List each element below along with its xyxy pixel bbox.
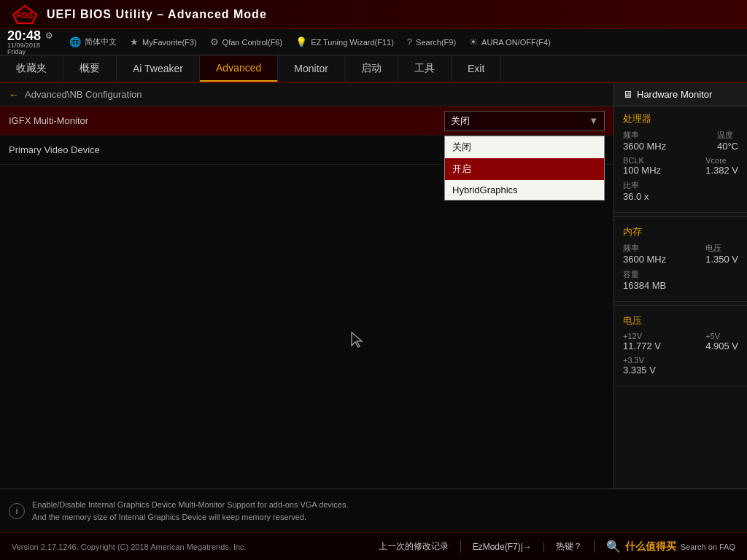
- search-label: Search on FAQ: [681, 542, 735, 551]
- footer: Version 2.17.1246. Copyright (C) 2018 Am…: [0, 532, 747, 560]
- nav-favorites[interactable]: 收藏夹: [0, 55, 63, 82]
- dropdown-option-hybrid[interactable]: HybridGraphics: [445, 180, 604, 200]
- igfx-row[interactable]: IGFX Multi-Monitor 关闭 ▼ 关闭 开启 HybridGrap…: [0, 106, 614, 136]
- hardware-monitor-panel: 🖥 Hardware Monitor 处理器 频率 3600 MHz 温度 40…: [614, 83, 747, 489]
- voltage-title: 电压: [623, 314, 738, 327]
- search-brand: 什么值得买: [625, 540, 676, 553]
- dropdown-option-on[interactable]: 开启: [445, 158, 604, 180]
- nav-boot[interactable]: 启动: [345, 55, 398, 82]
- breadcrumb-text: Advanced\NB Configuration: [25, 89, 142, 100]
- toolbar-search[interactable]: ? Search(F9): [407, 36, 456, 47]
- cpu-freq-label: 频率: [623, 130, 666, 141]
- nav-exit[interactable]: Exit: [452, 55, 501, 82]
- toolbar-aura[interactable]: ☀ AURA ON/OFF(F4): [469, 36, 551, 47]
- ratio-value: 36.0 x: [623, 191, 649, 202]
- fan-icon: ⚙: [210, 36, 219, 47]
- question-icon: ?: [407, 36, 412, 47]
- cpu-bclk-vcore-row: BCLK 100 MHz Vcore 1.382 V: [623, 156, 738, 177]
- igfx-value-container: 关闭 ▼: [444, 111, 605, 131]
- bulb-icon: 💡: [295, 36, 307, 47]
- bclk-value: 100 MHz: [623, 165, 661, 176]
- title-bar: ROG UEFI BIOS Utility – Advanced Mode: [0, 0, 747, 29]
- current-date: 11/09/2018Friday: [7, 42, 40, 55]
- mem-freq-value: 3600 MHz: [623, 254, 666, 265]
- v12-label: +12V: [623, 332, 661, 341]
- volt-12v-5v-row: +12V 11.772 V +5V 4.905 V: [623, 332, 738, 353]
- v33-value: 3.335 V: [623, 365, 656, 376]
- sun-icon: ☀: [469, 36, 478, 47]
- footer-buttons: 上一次的修改记录 EzMode(F7)|→ 热键？ 🔍 什么值得买 Search…: [379, 540, 735, 553]
- igfx-dropdown[interactable]: 关闭 ▼: [444, 111, 605, 131]
- vcore-value: 1.382 V: [705, 165, 738, 176]
- svg-marker-2: [352, 332, 362, 347]
- nav-advanced[interactable]: Advanced: [200, 55, 278, 82]
- cpu-section: 处理器 频率 3600 MHz 温度 40°C BCLK 100 MHz Vco…: [614, 106, 747, 213]
- rog-logo: ROG: [12, 4, 38, 25]
- mouse-cursor: [350, 331, 365, 351]
- info-text: Enable/Disable Internal Graphics Device …: [32, 499, 349, 523]
- cpu-temp-value: 40°C: [717, 141, 738, 152]
- cpu-freq-value: 3600 MHz: [623, 141, 666, 152]
- cpu-freq-temp-row: 频率 3600 MHz 温度 40°C: [623, 130, 738, 153]
- mem-freq-label: 频率: [623, 243, 666, 254]
- footer-version: Version 2.17.1246. Copyright (C) 2018 Am…: [12, 542, 247, 551]
- cpu-temp-label: 温度: [717, 130, 738, 141]
- mem-cap-value: 16384 MB: [623, 280, 666, 291]
- toolbar-eztuning[interactable]: 💡 EZ Tuning Wizard(F11): [295, 36, 394, 47]
- globe-icon: 🌐: [69, 36, 81, 47]
- cpu-ratio-row: 比率 36.0 x: [623, 180, 738, 203]
- mem-volt-label: 电压: [705, 243, 738, 254]
- nav-bar: 收藏夹 概要 Ai Tweaker Advanced Monitor 启动 工具…: [0, 55, 747, 83]
- current-time: 20:48: [7, 29, 41, 42]
- v5-label: +5V: [705, 332, 738, 341]
- divider-mem-volt: [614, 305, 747, 306]
- hardware-monitor-title: 🖥 Hardware Monitor: [614, 83, 747, 106]
- info-bar: i Enable/Disable Internal Graphics Devic…: [0, 489, 747, 532]
- star-icon: ★: [130, 36, 139, 47]
- svg-text:ROG: ROG: [17, 12, 34, 20]
- v5-value: 4.905 V: [705, 341, 738, 351]
- nav-aitweaker[interactable]: Ai Tweaker: [117, 55, 200, 82]
- footer-hotkey[interactable]: 热键？: [556, 540, 595, 553]
- dropdown-arrow-icon: ▼: [589, 115, 598, 126]
- v12-value: 11.772 V: [623, 341, 661, 351]
- dropdown-option-off[interactable]: 关闭: [445, 136, 604, 158]
- footer-ezmode[interactable]: EzMode(F7)|→: [473, 542, 544, 552]
- footer-search[interactable]: 🔍 什么值得买 Search on FAQ: [606, 540, 735, 553]
- vcore-label: Vcore: [705, 156, 738, 165]
- breadcrumb: ← Advanced\NB Configuration: [0, 83, 614, 106]
- igfx-label: IGFX Multi-Monitor: [9, 115, 444, 126]
- monitor-icon: 🖥: [623, 89, 632, 100]
- divider-cpu-mem: [614, 216, 747, 217]
- content-area: ← Advanced\NB Configuration IGFX Multi-M…: [0, 83, 614, 489]
- toolbar-qfan[interactable]: ⚙ Qfan Control(F6): [210, 36, 283, 47]
- info-line1: Enable/Disable Internal Graphics Device …: [32, 500, 349, 509]
- v33-label: +3.3V: [623, 356, 656, 365]
- toolbar-language[interactable]: 🌐 简体中文: [69, 36, 117, 47]
- nav-overview[interactable]: 概要: [63, 55, 117, 82]
- nav-tools[interactable]: 工具: [398, 55, 452, 82]
- igfx-selected-value: 关闭: [451, 114, 470, 128]
- info-icon: i: [9, 503, 25, 519]
- voltage-section: 电压 +12V 11.772 V +5V 4.905 V +3.3V 3.335…: [614, 308, 747, 386]
- toolbar-myfavorite[interactable]: ★ MyFavorite(F3): [130, 36, 197, 47]
- volt-33-row: +3.3V 3.335 V: [623, 356, 738, 377]
- settings-icon[interactable]: ⚙: [45, 31, 53, 41]
- toolbar: 20:48 ⚙ 11/09/2018Friday 🌐 简体中文 ★ MyFavo…: [0, 29, 747, 55]
- memory-section: 内存 频率 3600 MHz 电压 1.350 V 容量 16384 MB: [614, 219, 747, 302]
- mem-volt-value: 1.350 V: [705, 254, 738, 265]
- page-title: UEFI BIOS Utility – Advanced Mode: [47, 8, 267, 21]
- nav-monitor[interactable]: Monitor: [278, 55, 345, 82]
- datetime-display: 20:48 ⚙ 11/09/2018Friday: [7, 29, 53, 55]
- footer-last-modified[interactable]: 上一次的修改记录: [379, 540, 461, 553]
- search-icon: 🔍: [606, 540, 621, 553]
- info-line2: And the memory size of Internal Graphics…: [32, 513, 306, 521]
- memory-title: 内存: [623, 225, 738, 238]
- mem-freq-volt-row: 频率 3600 MHz 电压 1.350 V: [623, 243, 738, 266]
- bclk-label: BCLK: [623, 156, 661, 165]
- igfx-dropdown-menu: 关闭 开启 HybridGraphics: [444, 136, 605, 201]
- mem-cap-label: 容量: [623, 269, 666, 280]
- back-arrow[interactable]: ←: [9, 89, 19, 101]
- cpu-title: 处理器: [623, 112, 738, 125]
- mem-capacity-row: 容量 16384 MB: [623, 269, 738, 292]
